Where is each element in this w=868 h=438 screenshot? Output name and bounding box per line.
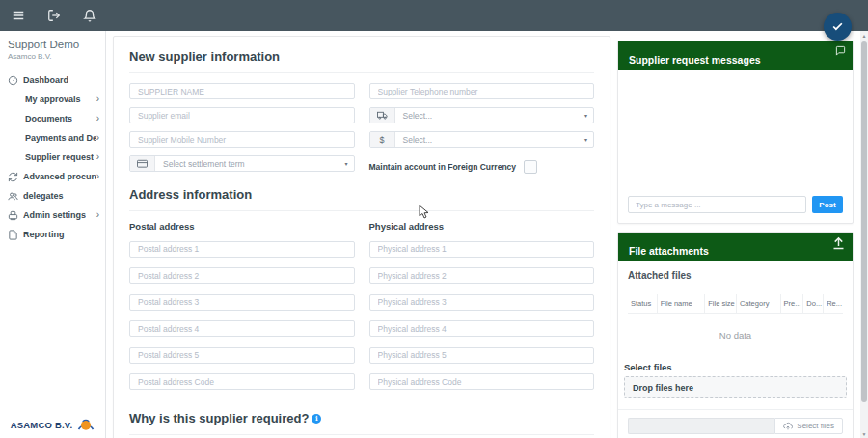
attachments-panel-body: Attached files Status File name File siz…: [618, 261, 853, 438]
attachments-panel-title: File attachments: [629, 245, 709, 257]
physical-address-code-input[interactable]: [369, 373, 595, 390]
new-supplier-form-card: New supplier information Select... ▾ $ S…: [113, 36, 610, 438]
message-input[interactable]: [628, 196, 806, 213]
bell-icon[interactable]: [83, 9, 96, 22]
chevron-right-icon: ›: [96, 114, 99, 123]
column-preview[interactable]: Pre...: [780, 294, 803, 313]
file-picker-row: Select files: [628, 418, 843, 434]
postal-address-column: Postal address: [129, 221, 355, 397]
column-download[interactable]: Do...: [802, 294, 823, 313]
sidebar-item-advanced-procurement[interactable]: Advanced procurement ›: [0, 167, 105, 186]
physical-address-5-input[interactable]: [369, 347, 595, 364]
dollar-icon: $: [370, 132, 395, 147]
admin-settings-icon: [8, 210, 18, 221]
postal-address-5-input[interactable]: [129, 347, 355, 364]
company-logo-icon: [76, 417, 95, 432]
company-logo-text: ASAMCO B.V.: [11, 420, 73, 430]
select-files-button[interactable]: Select files: [774, 418, 843, 434]
sidebar-item-delegates[interactable]: delegates: [0, 186, 105, 205]
org-subtitle: Asamco B.V.: [8, 52, 105, 61]
top-app-bar: [0, 0, 868, 31]
menu-icon[interactable]: [12, 9, 25, 22]
divider: [628, 287, 843, 287]
scrollbar-thumb[interactable]: [861, 41, 867, 402]
sidebar-item-reporting[interactable]: Reporting: [0, 225, 105, 244]
foreign-currency-checkbox[interactable]: [524, 160, 537, 174]
column-file-size[interactable]: File size: [704, 294, 736, 313]
scroll-up-arrow[interactable]: ▲: [860, 33, 868, 39]
sidebar-item-supplier-request[interactable]: Supplier request ›: [0, 148, 105, 167]
card-icon: [130, 156, 155, 171]
caret-down-icon: ▾: [584, 136, 593, 143]
sidebar-item-dashboard[interactable]: Dashboard: [0, 70, 105, 90]
column-file-name[interactable]: File name: [657, 294, 705, 313]
sidebar-item-my-approvals[interactable]: My approvals ›: [0, 90, 105, 109]
physical-address-column: Physical address: [369, 221, 595, 397]
chevron-right-icon: ›: [96, 172, 99, 181]
physical-address-label: Physical address: [369, 221, 595, 232]
sidebar-item-documents[interactable]: Documents ›: [0, 109, 105, 128]
advanced-procurement-icon: [8, 172, 18, 182]
divider: [129, 72, 594, 73]
column-category[interactable]: Category: [736, 294, 780, 313]
dashboard-icon: [8, 75, 18, 86]
upload-icon[interactable]: [831, 236, 846, 251]
post-button[interactable]: Post: [812, 196, 843, 213]
supplier-request-messages-panel: Supplier request messages Post: [617, 41, 854, 224]
foreign-currency-row: Maintain account in Foreign Currency: [369, 160, 595, 174]
supplier-email-input[interactable]: [129, 107, 355, 123]
divider: [618, 409, 853, 410]
settlement-term-select[interactable]: Select settlement term ▾: [129, 155, 355, 172]
org-block: Support Demo Asamco B.V.: [0, 31, 105, 67]
postal-address-label: Postal address: [129, 221, 355, 232]
postal-address-1-input[interactable]: [129, 241, 355, 258]
caret-down-icon: ▾: [344, 160, 353, 167]
chevron-right-icon: ›: [96, 95, 99, 104]
physical-address-2-input[interactable]: [369, 267, 595, 284]
vertical-scrollbar[interactable]: ▲ ▼: [860, 31, 868, 438]
file-attachments-panel: File attachments Attached files Status F…: [617, 232, 854, 438]
attached-files-table-header: Status File name File size Category Pre.…: [628, 294, 843, 314]
postal-address-code-input[interactable]: [129, 373, 355, 390]
check-icon: [831, 20, 844, 33]
section-title-why-required: Why is this supplier required?: [129, 411, 309, 425]
supplier-mobile-input[interactable]: [129, 131, 355, 148]
messages-list-empty: [618, 70, 853, 188]
messages-panel-header: Supplier request messages: [618, 41, 853, 70]
postal-address-4-input[interactable]: [129, 320, 355, 337]
submit-check-button[interactable]: [824, 13, 852, 41]
reporting-icon: [8, 230, 18, 240]
delivery-select[interactable]: Select... ▾: [369, 107, 595, 123]
physical-address-4-input[interactable]: [369, 320, 595, 337]
chevron-right-icon: ›: [96, 133, 99, 143]
supplier-fields-grid: Select... ▾ $ Select... ▾ Select settlem…: [129, 83, 594, 174]
file-name-display[interactable]: [628, 418, 774, 434]
no-data-text: No data: [628, 330, 843, 341]
attached-files-label: Attached files: [628, 270, 843, 281]
currency-select[interactable]: $ Select... ▾: [369, 131, 595, 148]
column-status[interactable]: Status: [628, 294, 657, 313]
sidebar-item-admin-settings[interactable]: Admin settings ›: [0, 205, 105, 225]
chevron-right-icon: ›: [96, 210, 99, 220]
section-title-new-supplier: New supplier information: [129, 49, 594, 64]
drop-files-zone[interactable]: Drop files here: [624, 376, 847, 398]
supplier-telephone-input[interactable]: [369, 83, 595, 99]
physical-address-1-input[interactable]: [369, 241, 595, 258]
postal-address-2-input[interactable]: [129, 267, 355, 284]
column-remove[interactable]: Re...: [823, 294, 843, 313]
chat-bubble-icon[interactable]: [835, 45, 846, 56]
sidebar-nav: Dashboard My approvals › Documents › Pay…: [0, 70, 105, 244]
address-grid: Postal address Physical address: [129, 221, 594, 397]
logout-icon[interactable]: [47, 9, 61, 22]
sidebar-item-payments-and-debits[interactable]: Payments and Debits ›: [0, 128, 105, 148]
why-required-heading-row: Why is this supplier required? i: [129, 411, 594, 425]
supplier-name-input[interactable]: [129, 83, 355, 99]
messages-panel-title: Supplier request messages: [629, 54, 761, 66]
select-files-label: Select files: [624, 362, 843, 372]
scroll-down-arrow[interactable]: ▼: [860, 431, 868, 437]
physical-address-3-input[interactable]: [369, 294, 595, 311]
postal-address-3-input[interactable]: [129, 294, 355, 311]
truck-icon: [370, 108, 395, 123]
info-icon[interactable]: i: [312, 414, 321, 424]
section-title-address: Address information: [129, 187, 594, 202]
